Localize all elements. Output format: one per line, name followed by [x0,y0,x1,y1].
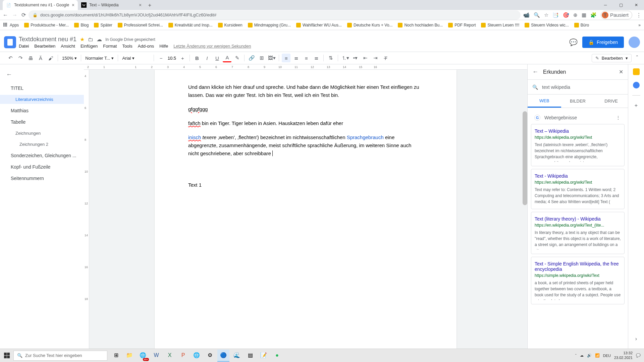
menu-edit[interactable]: Bearbeiten [34,44,55,49]
profile-button[interactable]: T Pausiert [601,11,632,19]
bookmarks-overflow[interactable]: » [638,23,641,27]
text-color-button[interactable]: A [223,54,231,62]
bookmark-item[interactable]: Kursideen [218,23,243,27]
explorer-icon[interactable]: 📁 [123,350,136,362]
search-result[interactable]: Text - Wikipedia https://en.wikipedia.or… [531,169,625,209]
outline-item[interactable]: Tabelle [0,117,84,127]
bookmark-item[interactable]: Professionell Schrei... [118,23,163,27]
menu-addons[interactable]: Add-ons [138,44,154,49]
ext-icon[interactable]: ⊕ [573,12,578,18]
edit-mode-select[interactable]: ✎ Bearbeiten ▾ [592,54,632,62]
explore-tab-images[interactable]: BILDER [561,95,595,108]
outline-item[interactable]: Zeichnungen [0,129,84,138]
menu-file[interactable]: Datei [19,44,29,49]
close-icon[interactable]: × [139,2,142,8]
clock[interactable]: 13:32 23.02.2021 [614,351,633,360]
wifi-icon[interactable]: 📶 [595,353,600,358]
language-indicator[interactable]: DEU [603,354,611,358]
image-button[interactable]: 🖼▾ [267,54,276,62]
app-icon[interactable]: ▤ [244,350,256,362]
move-icon[interactable]: 🗀 [88,37,93,43]
forward-button[interactable]: → [12,12,17,18]
close-window-button[interactable]: ✕ [629,0,644,10]
document-page[interactable]: Und dann klicke ich hier drauf und sprec… [155,70,457,349]
outline-item[interactable]: Zeichnungen 2 [0,140,84,149]
edge-icon[interactable]: 🌐99+ [137,350,149,362]
clear-format-button[interactable]: T̶ [381,54,390,62]
menu-tools[interactable]: Tools [122,44,132,49]
document-title[interactable]: Textdokument neu #1 [19,36,76,43]
notification-icon[interactable]: 💬 [636,353,641,358]
search-result[interactable]: Text - Simple English Wikipedia, the fre… [531,257,625,304]
explore-close-button[interactable]: ✕ [619,69,623,75]
powerpoint-icon[interactable]: P [177,350,189,362]
start-button[interactable] [0,349,13,362]
outline-item[interactable]: Literaturverzeichnis [0,95,84,104]
chrome-icon[interactable]: 🔵 [217,350,229,362]
browser-tab-active[interactable]: 📄 Textdokument neu #1 - Google × [3,0,78,10]
bookmark-item[interactable]: Steuern Videos wic... [525,23,569,27]
onedrive-icon[interactable]: ☁ [580,353,584,358]
increase-font-button[interactable]: + [178,54,187,62]
style-select[interactable]: Normaler T...▾ [84,56,115,61]
bullet-list-button[interactable]: •▾ [351,54,360,62]
numbered-list-button[interactable]: ⒈▾ [341,54,350,62]
notepad-icon[interactable]: 📝 [258,350,270,362]
extensions-icon[interactable]: 🧩 [590,12,597,18]
address-bar[interactable]: 🔒 docs.google.com/document/d/1hUH8k6h7Lb… [29,10,521,20]
underline-button[interactable]: U [213,54,221,62]
reload-button[interactable]: ⟳ [21,12,26,18]
link-button[interactable]: 🔗 [247,54,256,62]
bookmark-item[interactable]: Büro [574,23,589,27]
align-left-button[interactable]: ≡ [282,54,290,62]
spotify-icon[interactable]: ● [271,350,283,362]
more-icon[interactable]: ⋮ [616,115,621,120]
keep-icon[interactable] [633,68,640,75]
share-button[interactable]: 🔒 Freigeben [582,37,624,48]
camera-icon[interactable]: 📹 [523,12,530,18]
redo-button[interactable]: ↷ [16,54,25,62]
menu-icon[interactable]: ⋮ [636,12,641,18]
outline-item[interactable]: Sonderzeichen, Gleichungen ... [0,151,84,160]
back-button[interactable]: ← [3,12,8,18]
explore-tab-drive[interactable]: DRIVE [594,95,628,108]
increase-indent-button[interactable]: ⇥ [371,54,380,62]
bookmark-item[interactable]: Mindmapping (Gru... [248,23,291,27]
tray-chevron-icon[interactable]: ˆ [575,354,577,358]
scrollbar[interactable] [523,111,527,205]
bookmark-item[interactable]: Deutsche Kurs + Vo... [347,23,392,27]
browser-tab[interactable]: W Text – Wikipedia × [78,0,145,10]
volume-icon[interactable]: 🔊 [587,353,592,358]
decrease-indent-button[interactable]: ⇤ [361,54,370,62]
bookmark-item[interactable]: Kreativität und Insp... [168,23,213,27]
italic-button[interactable]: I [203,54,211,62]
excel-icon[interactable]: X [164,350,176,362]
hide-panel-button[interactable]: › [635,336,637,342]
bold-button[interactable]: B [193,54,201,62]
comment-button[interactable]: ⊞ [257,54,266,62]
account-avatar[interactable] [629,37,640,48]
minimize-button[interactable]: ─ [598,0,613,10]
horizontal-ruler[interactable]: 2 1 1 2 3 4 5 6 7 8 9 10 11 12 13 14 15 … [84,64,527,70]
maximize-button[interactable]: ▢ [613,0,629,10]
docs-logo[interactable] [4,36,16,48]
zoom-icon[interactable]: 🔍 [534,12,540,18]
star-icon[interactable]: ★ [80,36,85,43]
word-icon[interactable]: W [150,350,162,362]
bookmark-item[interactable]: Steuern Lesen !!!! [481,23,519,27]
bookmark-item[interactable]: Produktsuche - Mer... [24,23,69,27]
collapse-toolbar-button[interactable]: ˆ [636,55,638,61]
new-tab-button[interactable]: + [145,1,154,10]
explore-back-button[interactable]: ← [532,68,538,75]
comment-icon[interactable]: 💬 [569,38,578,46]
ext-icon[interactable]: ▦ [582,12,586,18]
menu-help[interactable]: Hilfe [159,44,168,49]
outline-item[interactable]: Kopf- und Fußzeile [0,162,84,172]
menu-insert[interactable]: Einfügen [80,44,98,49]
last-edit[interactable]: Letzte Änderung vor wenigen Sekunden [173,44,251,49]
add-icon[interactable]: + [633,102,640,109]
search-result[interactable]: Text (literary theory) - Wikipedia https… [531,212,625,254]
menu-format[interactable]: Format [103,44,117,49]
search-result[interactable]: Text – Wikipedia https://de.wikipedia.or… [531,124,625,166]
print-button[interactable]: 🖶 [26,54,35,62]
